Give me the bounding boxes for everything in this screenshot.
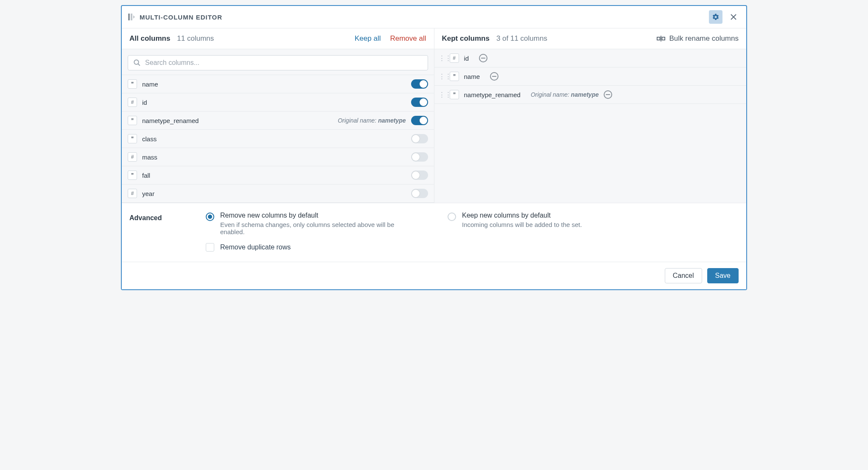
- all-columns-pane: ❞name#id❞nametype_renamedOriginal name: …: [122, 49, 434, 203]
- column-name: class: [142, 135, 157, 143]
- keep-all-link[interactable]: Keep all: [355, 34, 381, 43]
- all-columns-title: All columns: [129, 34, 170, 43]
- gear-icon: [712, 13, 720, 21]
- opt2-title: Keep new columns by default: [462, 212, 582, 219]
- column-name: nametype_renamed: [142, 117, 199, 124]
- remove-new-columns-option[interactable]: Remove new columns by default Even if sc…: [206, 212, 409, 235]
- string-type-icon: ❞: [128, 134, 137, 143]
- column-row: ❞name: [122, 75, 434, 93]
- kept-column-name: name: [464, 73, 480, 80]
- opt1-desc: Even if schema changes, only columns sel…: [220, 221, 409, 235]
- column-name: id: [142, 99, 147, 106]
- column-row: #mass: [122, 148, 434, 166]
- kept-column-row: ⋮⋮#id: [434, 49, 747, 67]
- string-type-icon: ❞: [128, 171, 137, 180]
- column-row: #year: [122, 184, 434, 203]
- column-toggle[interactable]: [411, 152, 428, 162]
- multi-column-editor-panel: MULTI-COLUMN EDITOR All columns 11 colum…: [121, 5, 747, 290]
- kept-columns-count: 3 of 11 columns: [496, 34, 547, 43]
- kept-column-row: ⋮⋮❞name: [434, 67, 747, 86]
- editor-body: ❞name#id❞nametype_renamedOriginal name: …: [122, 49, 746, 203]
- column-name: year: [142, 190, 154, 197]
- kept-column-name: id: [464, 55, 469, 62]
- advanced-label: Advanced: [129, 212, 180, 252]
- column-toggle[interactable]: [411, 171, 428, 180]
- svg-rect-0: [128, 14, 130, 20]
- remove-column-button[interactable]: [604, 90, 612, 99]
- original-name-label: Original name: nametype: [531, 91, 599, 98]
- column-row: #id: [122, 93, 434, 111]
- string-type-icon: ❞: [128, 79, 137, 89]
- columns-icon: [128, 13, 135, 21]
- kept-columns-pane: ⋮⋮#id⋮⋮❞name⋮⋮❞nametype_renamedOriginal …: [434, 49, 747, 203]
- radio-unchecked-icon[interactable]: [448, 213, 456, 221]
- panel-header: MULTI-COLUMN EDITOR: [122, 6, 746, 28]
- drag-handle-icon[interactable]: ⋮⋮: [439, 73, 445, 80]
- kept-columns-title: Kept columns: [442, 34, 490, 43]
- cancel-button[interactable]: Cancel: [665, 268, 702, 283]
- svg-point-7: [134, 60, 139, 64]
- svg-line-8: [138, 64, 140, 66]
- column-toggle[interactable]: [411, 116, 428, 125]
- kept-columns-header: Kept columns 3 of 11 columns Bulk rename…: [434, 28, 747, 49]
- drag-handle-icon[interactable]: ⋮⋮: [439, 54, 445, 62]
- number-type-icon: #: [128, 189, 137, 198]
- svg-rect-4: [657, 37, 660, 40]
- column-toggle[interactable]: [411, 134, 428, 143]
- all-columns-list: ❞name#id❞nametype_renamedOriginal name: …: [122, 75, 434, 203]
- all-columns-count: 11 columns: [177, 34, 214, 43]
- svg-rect-5: [662, 37, 665, 40]
- bulk-rename-label: Bulk rename columns: [669, 34, 739, 43]
- checkbox-icon[interactable]: [206, 243, 214, 252]
- svg-rect-1: [131, 14, 132, 20]
- column-toggle[interactable]: [411, 79, 428, 89]
- remove-all-link[interactable]: Remove all: [390, 34, 426, 43]
- remove-column-button[interactable]: [479, 54, 487, 62]
- column-name: name: [142, 81, 158, 88]
- radio-checked-icon[interactable]: [206, 213, 214, 221]
- rename-icon: [657, 35, 665, 42]
- remove-column-button[interactable]: [490, 72, 498, 81]
- kept-column-row: ⋮⋮❞nametype_renamedOriginal name: namety…: [434, 86, 747, 104]
- footer: Cancel Save: [122, 262, 746, 289]
- number-type-icon: #: [128, 152, 137, 162]
- string-type-icon: ❞: [450, 90, 459, 99]
- search-input[interactable]: [145, 59, 423, 67]
- remove-duplicate-rows-option[interactable]: Remove duplicate rows: [206, 243, 739, 252]
- close-button[interactable]: [727, 10, 740, 24]
- string-type-icon: ❞: [128, 116, 137, 125]
- column-row: ❞nametype_renamedOriginal name: nametype: [122, 111, 434, 129]
- column-toggle[interactable]: [411, 98, 428, 107]
- search-icon: [133, 59, 141, 67]
- column-row: ❞class: [122, 129, 434, 148]
- number-type-icon: #: [128, 98, 137, 107]
- column-row: ❞fall: [122, 166, 434, 184]
- column-name: fall: [142, 172, 150, 179]
- advanced-section: Advanced Remove new columns by default E…: [122, 203, 746, 262]
- save-button[interactable]: Save: [707, 268, 739, 283]
- kept-columns-list: ⋮⋮#id⋮⋮❞name⋮⋮❞nametype_renamedOriginal …: [434, 49, 747, 104]
- subheader: All columns 11 columns Keep all Remove a…: [122, 28, 746, 49]
- bulk-rename-button[interactable]: Bulk rename columns: [657, 34, 739, 43]
- panel-title: MULTI-COLUMN EDITOR: [140, 14, 222, 21]
- opt1-title: Remove new columns by default: [220, 212, 409, 219]
- column-toggle[interactable]: [411, 189, 428, 198]
- all-columns-header: All columns 11 columns Keep all Remove a…: [122, 28, 434, 49]
- dup-label: Remove duplicate rows: [220, 243, 291, 251]
- opt2-desc: Incoming columns will be added to the se…: [462, 221, 582, 228]
- string-type-icon: ❞: [450, 72, 459, 81]
- settings-button[interactable]: [709, 10, 722, 24]
- column-name: mass: [142, 154, 157, 161]
- number-type-icon: #: [450, 53, 459, 63]
- kept-column-name: nametype_renamed: [464, 91, 521, 98]
- drag-handle-icon[interactable]: ⋮⋮: [439, 91, 445, 98]
- search-box[interactable]: [128, 55, 428, 70]
- original-name-label: Original name: nametype: [338, 117, 406, 124]
- keep-new-columns-option[interactable]: Keep new columns by default Incoming col…: [448, 212, 582, 235]
- close-icon: [731, 14, 736, 20]
